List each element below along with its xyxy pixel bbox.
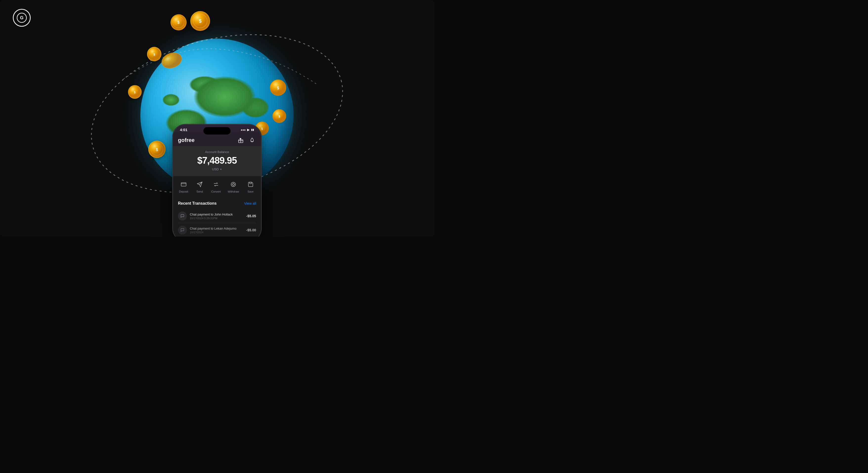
transaction-chat-icon-2 (178, 226, 187, 235)
withdraw-label: Withdraw (228, 190, 239, 193)
coin-2: $ (190, 11, 210, 31)
convert-button[interactable]: Convert (211, 180, 221, 193)
transaction-date-2: 10/17/2024 (190, 231, 243, 234)
coin-5: $ (128, 85, 142, 99)
save-icon (246, 180, 255, 189)
balance-currency: USD ▼ (178, 167, 256, 171)
transaction-name-2: Chat payment to Lekan Adejumo (190, 227, 243, 230)
balance-label: Account Balance (178, 150, 256, 154)
deposit-button[interactable]: Deposit (179, 180, 188, 193)
battery-icon: ▮▮ (251, 128, 254, 131)
status-icons: ●●● ▶ ▮▮ (241, 128, 254, 132)
header-icons (237, 136, 256, 144)
signal-icon: ●●● (241, 128, 246, 131)
svg-text:$: $ (277, 86, 279, 90)
app-title: gofree (178, 137, 194, 143)
transactions-section: Recent Transactions View all Chat paymen… (173, 197, 261, 236)
svg-text:$: $ (278, 114, 280, 118)
deposit-icon (179, 180, 188, 189)
svg-rect-26 (181, 183, 186, 186)
transactions-title: Recent Transactions (178, 201, 217, 206)
save-button[interactable]: Save (246, 180, 255, 193)
svg-text:$: $ (199, 18, 202, 24)
status-time: 4:01 (180, 128, 187, 132)
phone-mockup: 4:01 ●●● ▶ ▮▮ gofree (173, 124, 261, 236)
app-header: gofree (173, 133, 261, 146)
send-icon (195, 180, 204, 189)
transaction-amount-1: -$5.05 (246, 214, 256, 218)
coin-9: $ (272, 109, 287, 124)
svg-text:$: $ (153, 53, 155, 56)
svg-text:$: $ (134, 91, 136, 94)
balance-section: Account Balance $7,489.95 USD ▼ (173, 146, 261, 176)
transaction-date-1: 10/17/2024 5:29:31PM (190, 217, 243, 220)
svg-rect-29 (250, 182, 252, 184)
coin-1: $ (170, 14, 187, 30)
balance-amount: $7,489.95 (178, 155, 256, 166)
deposit-label: Deposit (179, 190, 188, 193)
transaction-info-2: Chat payment to Lekan Adejumo 10/17/2024 (190, 227, 243, 234)
transaction-amount-2: -$5.00 (246, 228, 256, 232)
send-button[interactable]: Send (195, 180, 204, 193)
transaction-item: Chat payment to John Hollack 10/17/2024 … (178, 209, 256, 223)
view-all-button[interactable]: View all (244, 201, 256, 205)
wifi-icon: ▶ (247, 128, 250, 132)
coin-6: $ (148, 141, 165, 158)
transaction-chat-icon-1 (178, 211, 187, 221)
svg-point-28 (232, 183, 234, 185)
coin-3: $ (147, 47, 161, 61)
transactions-header: Recent Transactions View all (178, 201, 256, 206)
withdraw-icon (229, 180, 238, 189)
transaction-info-1: Chat payment to John Hollack 10/17/2024 … (190, 212, 243, 220)
coin-flying (161, 52, 183, 70)
action-bar: Deposit Send Convert (173, 176, 261, 197)
convert-label: Convert (211, 190, 221, 193)
send-label: Send (196, 190, 203, 193)
dynamic-island (204, 127, 230, 135)
notification-icon[interactable] (248, 136, 256, 144)
coin-7: $ (269, 79, 287, 96)
svg-text:$: $ (156, 148, 158, 152)
withdraw-button[interactable]: Withdraw (228, 180, 239, 193)
gift-icon[interactable] (237, 136, 245, 144)
svg-text:G: G (20, 15, 24, 20)
transaction-item-2: Chat payment to Lekan Adejumo 10/17/2024… (178, 223, 256, 236)
save-label: Save (247, 190, 254, 193)
transaction-name-1: Chat payment to John Hollack (190, 212, 243, 216)
convert-icon (212, 180, 220, 189)
app-logo: G (13, 9, 31, 27)
svg-text:$: $ (178, 20, 180, 25)
